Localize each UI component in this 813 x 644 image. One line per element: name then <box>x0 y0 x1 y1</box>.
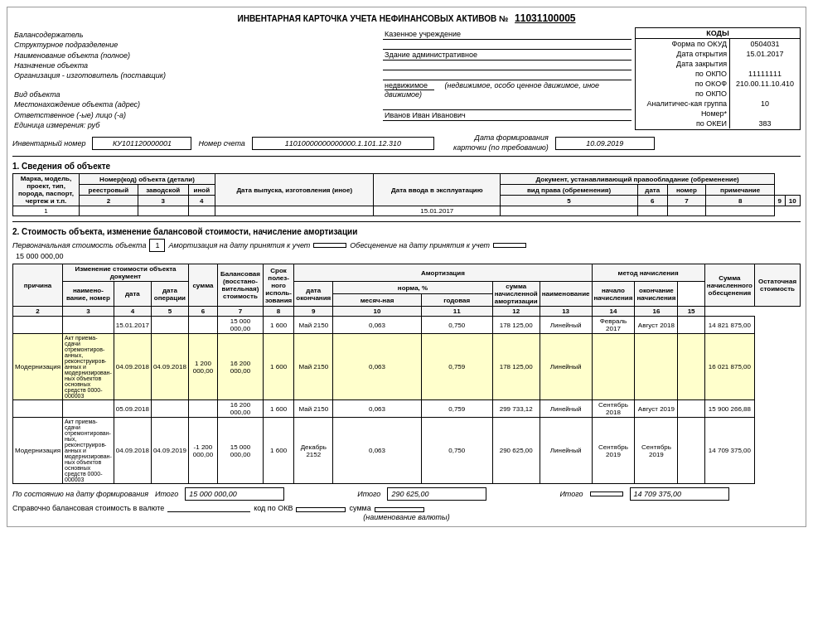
code-number-value <box>730 109 800 119</box>
th-num-12: 12 <box>492 307 540 317</box>
th-num-6: 6 <box>188 307 217 317</box>
col1-header: Марка, модель, проект, тип, порода, пасп… <box>13 174 80 206</box>
code-okei-value: 383 <box>730 119 800 128</box>
s1-col9 <box>667 206 706 216</box>
r3-doc-date: 05.09.2018 <box>114 400 151 418</box>
card-date-value: 10.09.2019 <box>555 137 655 150</box>
r2-doc-name: Акт приема-сдачи отремонтиров-анных, рек… <box>62 334 114 400</box>
th-balance: Балансовая (восстано-вительная) стоимост… <box>217 264 263 307</box>
col5-sub1: вид права (обременения) <box>501 185 638 196</box>
th-num-3: 3 <box>62 307 114 317</box>
r2-cause: Модернизация <box>13 334 63 400</box>
balance-holder-value: Казенное учреждение <box>383 29 632 40</box>
responsible-label: Ответственное (-ые) лицо (-а) <box>12 109 383 120</box>
r2-norm-y: 0,759 <box>421 334 492 400</box>
currency-line-value <box>167 511 250 512</box>
r3-method-name: Линейный <box>540 400 592 418</box>
r2-sum-amort: 178 125,00 <box>492 334 540 400</box>
r4-sum: -1 200 000,00 <box>188 418 217 484</box>
totals-deprec-value <box>590 491 623 496</box>
currency-label: Справочно балансовая стоимость в валюте <box>12 504 164 512</box>
object-name-label: Наименование объекта (полное) <box>12 50 383 61</box>
th-sum-amort: сумма начисленной амортизации <box>492 282 540 307</box>
th-num-8: 8 <box>263 307 293 317</box>
r1-method-start: Февраль 2017 <box>592 317 635 334</box>
r2-method-name: Линейный <box>540 334 592 400</box>
code-okof-value: 210.00.11.10.410 <box>730 79 800 89</box>
th-norm-y: годовая <box>421 294 492 307</box>
inv-number-value: КУ101120000001 <box>92 137 191 150</box>
responsible-value: Иванов Иван Иванович <box>383 109 632 120</box>
r3-residual: 15 900 266,88 <box>704 400 754 418</box>
r3-norm-y: 0,759 <box>421 400 492 418</box>
object-type-label: Вид объекта <box>12 80 383 100</box>
r1-balance: 15 000 000,00 <box>217 317 263 334</box>
initial-cost-label: Первоначальная стоимость объекта <box>12 241 146 249</box>
th-num-5: 5 <box>151 307 188 317</box>
r4-doc-name: Акт приема-сдачи отремонтирован-ных, рек… <box>62 418 114 484</box>
r4-date-end: Декабрь 2152 <box>294 418 333 484</box>
s1-col5 <box>215 206 374 216</box>
r3-doc-date-op <box>151 400 188 418</box>
depreciation-header-label: Обесценение на дату принятия к учет <box>350 241 490 249</box>
code-number-label: Номер* <box>636 109 730 119</box>
s1-col3 <box>138 206 188 216</box>
title-text: ИНВЕНТАРНАЯ КАРТОЧКА УЧЕТА НЕФИНАНСОВЫХ … <box>237 14 508 23</box>
s1-col1: 1 <box>13 206 80 216</box>
amort-header-label: Амортизация на дату принятия к учет <box>168 241 310 249</box>
r4-sum-dep <box>678 418 704 484</box>
code-analytic-label: Аналитичес-кая группа <box>636 99 730 109</box>
r4-sum-amort: 290 625,00 <box>492 418 540 484</box>
r3-method-start: Сентябрь 2018 <box>592 400 635 418</box>
r1-sum-dep <box>678 317 704 334</box>
org-label: Организация - изготовитель (поставщик) <box>12 70 383 80</box>
th-method-end: окончание начисления <box>635 282 678 307</box>
section1-row: 1 15.01.2017 <box>13 206 801 216</box>
col-num-7: 8 <box>706 196 775 206</box>
code-okpo2-label: по ОКПО <box>636 89 730 99</box>
r4-method-end: Сентябрь 2019 <box>635 418 678 484</box>
s1-col10 <box>706 206 775 216</box>
code-okof-label: по ОКОФ <box>636 79 730 89</box>
th-sum: сумма <box>188 264 217 307</box>
r3-sum <box>188 400 217 418</box>
r3-cause <box>13 400 63 418</box>
totals-deprec-label: Итого <box>559 490 583 498</box>
th-num-10: 10 <box>333 307 421 317</box>
code-okpo2-value <box>730 89 800 99</box>
org-value <box>383 70 632 80</box>
r3-sum-dep <box>678 400 704 418</box>
th-num-14: 14 <box>592 307 635 317</box>
th-num-4: 4 <box>114 307 151 317</box>
r4-cause: Модернизация <box>13 418 63 484</box>
section2-table: причина Изменение стоимости объектадокум… <box>12 264 801 484</box>
table-row: 05.09.2018 16 200 000,00 1 600 Май 2150 … <box>13 400 801 418</box>
th-method-name: наименование <box>540 282 592 307</box>
r2-balance: 16 200 000,00 <box>217 334 263 400</box>
s1-col2 <box>80 206 138 216</box>
r1-method-name: Линейный <box>540 317 592 334</box>
s1-col8 <box>637 206 667 216</box>
structural-unit-value <box>383 40 632 50</box>
th-num-15: 15 <box>678 307 704 317</box>
code-close-date-value <box>730 59 800 69</box>
code-okei-label: по ОКЕИ <box>636 119 730 128</box>
totals-row: По состоянию на дату формирования Итого … <box>12 487 801 501</box>
r1-norm-m: 0,063 <box>333 317 421 334</box>
inv-number-label: Инвентарный номер <box>12 139 85 148</box>
th-cause: причина <box>13 264 63 307</box>
col3-header: Дата выпуска, изготовления (иное) <box>215 174 374 206</box>
currency-code-value <box>296 507 346 512</box>
r2-method-start <box>592 334 635 400</box>
r3-sum-amort: 299 733,12 <box>492 400 540 418</box>
r2-sum: 1 200 000,00 <box>188 334 217 400</box>
r1-norm-y: 0,750 <box>421 317 492 334</box>
acc-number-value: 11010000000000000.1.101.12.310 <box>252 137 434 150</box>
th-amort: Амортизация <box>294 264 592 282</box>
document-title: ИНВЕНТАРНАЯ КАРТОЧКА УЧЕТА НЕФИНАНСОВЫХ … <box>12 12 801 24</box>
r3-doc-name <box>62 400 114 418</box>
s1-col4 <box>188 206 215 216</box>
code-open-date-label: Дата открытия <box>636 49 730 59</box>
r4-norm-y: 0,750 <box>421 418 492 484</box>
table-row: Модернизация Акт приема-сдачи отремонтир… <box>13 418 801 484</box>
